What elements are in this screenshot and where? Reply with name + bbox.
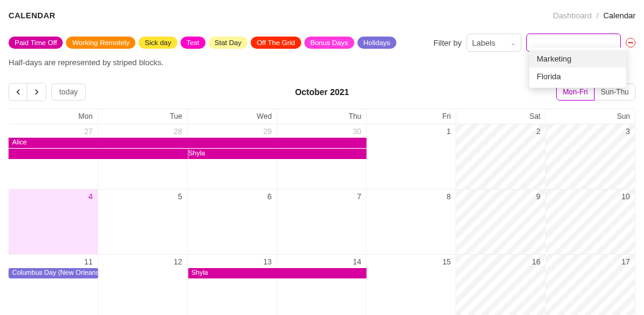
month-nav [9, 83, 46, 101]
day-number: 15 [442, 258, 451, 266]
day-of-week: Thu [277, 109, 367, 124]
day-number: 10 [621, 193, 630, 201]
day-number: 2 [536, 127, 540, 136]
calendar-day[interactable]: 10 [546, 189, 635, 254]
calendar-day[interactable]: 9 [456, 189, 546, 254]
legend-tag[interactable]: Holidays [357, 37, 396, 49]
legend-tag[interactable]: Test [181, 37, 206, 49]
day-number: 17 [621, 258, 630, 266]
calendar-grid: MonTueWedThuFriSatSun 27282930123AliceSh… [9, 108, 635, 315]
remove-filter-button[interactable] [626, 38, 635, 48]
breadcrumb: Dashboard / Calendar [553, 11, 635, 20]
calendar-day[interactable]: 14 [277, 255, 367, 315]
day-number: 29 [263, 127, 272, 136]
legend-tag[interactable]: Paid Time Off [9, 37, 63, 49]
legend-tag[interactable]: Sick day [138, 37, 177, 49]
filter-label: Filter by [434, 38, 462, 48]
breadcrumb-current: Calendar [603, 11, 635, 20]
calendar-day[interactable]: 11 [9, 255, 98, 315]
chevron-left-icon [16, 89, 21, 95]
calendar-day[interactable]: 3 [546, 124, 635, 189]
day-of-week: Fri [367, 109, 456, 124]
page-title: CALENDAR [9, 11, 55, 20]
filter-select-value: Labels [472, 38, 495, 48]
filter-autocomplete-dropdown: Marketing Florida [529, 48, 626, 88]
dropdown-item-marketing[interactable]: Marketing [529, 50, 626, 68]
calendar-day[interactable]: 1 [367, 124, 456, 189]
calendar-day[interactable]: 6 [188, 189, 277, 254]
legend-tag[interactable]: Working Remotely [66, 37, 135, 49]
day-number: 16 [532, 258, 540, 266]
day-number: 28 [174, 127, 182, 136]
minus-icon [628, 42, 633, 43]
day-of-week: Wed [188, 109, 277, 124]
breadcrumb-separator: / [596, 11, 599, 20]
calendar-day[interactable]: 12 [98, 255, 188, 315]
day-of-week-header: MonTueWedThuFriSatSun [9, 109, 635, 124]
calendar-event[interactable]: Alice [9, 138, 367, 148]
calendar-day[interactable]: 4 [9, 189, 98, 254]
calendar-week: 27282930123AliceShyla [9, 124, 635, 189]
calendar-week: 11121314151617Columbus Day (New Orleans)… [9, 255, 635, 315]
calendar-event[interactable]: Columbus Day (New Orleans) [9, 268, 98, 278]
calendar-day[interactable]: 15 [367, 255, 456, 315]
day-number: 7 [357, 193, 361, 201]
day-number: 4 [88, 193, 93, 201]
breadcrumb-dashboard[interactable]: Dashboard [553, 11, 592, 20]
calendar-day[interactable]: 13 [188, 255, 277, 315]
calendar-event[interactable]: Shyla [188, 268, 367, 278]
day-number: 30 [353, 127, 362, 136]
calendar-day[interactable]: 16 [456, 255, 546, 315]
filter-select[interactable]: Labels ⌄ [467, 34, 521, 52]
day-number: 13 [263, 258, 272, 266]
dropdown-item-florida[interactable]: Florida [529, 68, 626, 85]
calendar-day[interactable]: 7 [277, 189, 367, 254]
calendar-day[interactable]: 5 [98, 189, 188, 254]
month-label: October 2021 [295, 87, 349, 97]
calendar-event[interactable]: Shyla [9, 149, 367, 159]
prev-month-button[interactable] [9, 83, 27, 101]
legend-tag[interactable]: Bonus Days [304, 37, 354, 49]
day-number: 27 [84, 127, 93, 136]
next-month-button[interactable] [27, 83, 46, 101]
calendar-day[interactable]: 8 [367, 189, 456, 254]
legend-tag[interactable]: Off The Grid [251, 37, 301, 49]
svg-rect-0 [628, 42, 633, 43]
day-number: 3 [626, 127, 630, 136]
day-number: 6 [268, 193, 272, 201]
calendar-week: 45678910 [9, 189, 635, 255]
day-number: 1 [446, 127, 451, 136]
chevron-right-icon [34, 89, 39, 95]
day-of-week: Sat [456, 109, 546, 124]
day-number: 12 [174, 258, 182, 266]
today-button[interactable]: today [51, 83, 86, 101]
day-number: 8 [446, 193, 451, 201]
chevron-down-icon: ⌄ [510, 39, 516, 47]
day-of-week: Mon [9, 109, 98, 124]
day-number: 14 [353, 258, 362, 266]
day-number: 9 [536, 193, 540, 201]
legend-tag[interactable]: Stat Day [209, 37, 248, 49]
calendar-day[interactable]: 2 [456, 124, 546, 189]
day-of-week: Sun [546, 109, 635, 124]
day-number: 5 [178, 193, 182, 201]
day-number: 11 [84, 258, 93, 266]
legend-tags: Paid Time OffWorking RemotelySick dayTes… [9, 37, 396, 49]
day-of-week: Tue [98, 109, 188, 124]
calendar-day[interactable]: 17 [546, 255, 635, 315]
